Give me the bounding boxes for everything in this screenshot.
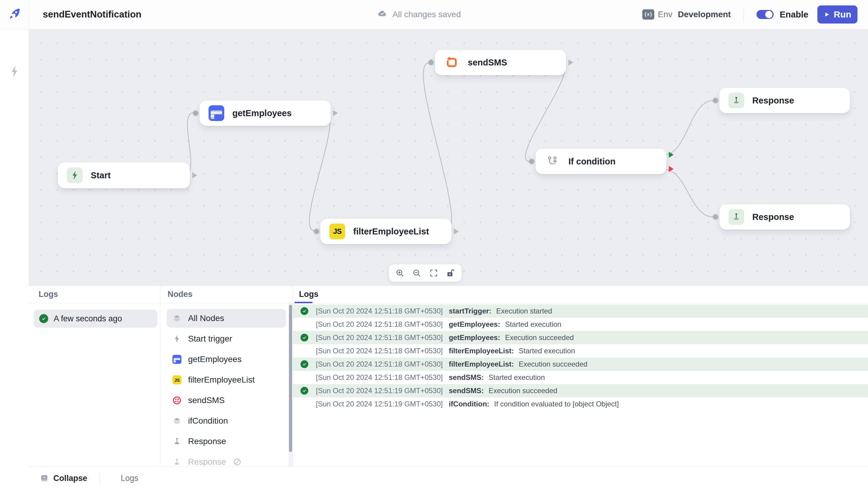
nodes-panel-item-all-nodes[interactable]: All Nodes: [167, 309, 286, 328]
input-port[interactable]: [193, 111, 198, 116]
query-table-icon: [173, 355, 181, 364]
fit-view-icon[interactable]: [429, 268, 438, 278]
output-port[interactable]: [192, 172, 197, 178]
node-label: Response: [752, 96, 794, 106]
log-node-name: startTrigger:: [449, 307, 491, 315]
branch-icon: [545, 153, 560, 169]
app-logo[interactable]: [0, 0, 29, 29]
input-port[interactable]: [713, 214, 718, 219]
log-timestamp: [Sun Oct 20 2024 12:51:19 GMT+0530]: [316, 400, 443, 408]
canvas-toolbar: [389, 264, 462, 282]
canvas-node-getEmployees[interactable]: getEmployees: [199, 100, 331, 126]
log-message: Started execution: [505, 320, 561, 328]
log-message: Execution started: [496, 307, 552, 315]
nodes-panel-title: Nodes: [167, 290, 193, 299]
log-timestamp: [Sun Oct 20 2024 12:51:19 GMT+0530]: [316, 386, 443, 395]
log-entry: [Sun Oct 20 2024 12:51:19 GMT+0530]ifCon…: [293, 397, 868, 411]
log-message: Execution succeeded: [489, 386, 557, 395]
lock-open-icon[interactable]: [446, 268, 456, 278]
nodes-panel-item-ifcondition[interactable]: ifCondition: [167, 411, 286, 430]
run-history-item[interactable]: A few seconds ago: [34, 310, 157, 328]
log-timestamp: [Sun Oct 20 2024 12:51:18 GMT+0530]: [316, 373, 443, 382]
check-placeholder: [301, 374, 308, 381]
js-icon: JS: [173, 375, 181, 384]
node-item-label: Response: [188, 437, 226, 446]
check-placeholder: [301, 320, 308, 328]
canvas-node-filterEmployeeList[interactable]: JS filterEmployeeList: [320, 219, 452, 244]
nodes-panel-item-response[interactable]: Response: [167, 453, 286, 466]
collapse-button[interactable]: Collapse: [40, 474, 87, 483]
workflow-title: sendEventNotification: [43, 0, 141, 29]
canvas-node-ifCondition[interactable]: If condition: [535, 149, 666, 174]
enable-label: Enable: [780, 10, 808, 20]
input-port[interactable]: [713, 98, 718, 103]
prohibit-icon: [233, 457, 242, 466]
log-node-name: sendSMS:: [449, 373, 484, 382]
nodes-panel-item-response[interactable]: Response: [167, 432, 286, 451]
log-node-name: filterEmployeeList:: [449, 347, 514, 355]
success-check-icon: [301, 334, 308, 342]
log-timestamp: [Sun Oct 20 2024 12:51:18 GMT+0530]: [316, 360, 443, 368]
zoom-in-icon[interactable]: [395, 268, 405, 278]
response-pin-icon: [728, 209, 744, 225]
log-entry: [Sun Oct 20 2024 12:51:18 GMT+0530]getEm…: [293, 331, 868, 344]
enable-toggle[interactable]: [756, 10, 774, 19]
layers-icon: [173, 314, 181, 323]
nodes-panel-item-filteremployeelist[interactable]: JSfilterEmployeeList: [167, 371, 286, 389]
check-placeholder: [301, 400, 308, 408]
output-port[interactable]: [568, 59, 573, 65]
bottom-logs-tab[interactable]: Logs: [121, 474, 138, 483]
runs-panel-title: Logs: [38, 290, 58, 299]
layers-icon: [173, 416, 181, 426]
query-table-icon: [209, 105, 224, 121]
canvas-node-response-1[interactable]: Response: [719, 88, 850, 113]
log-entry: [Sun Oct 20 2024 12:51:19 GMT+0530]sendS…: [293, 384, 868, 397]
log-entry: [Sun Oct 20 2024 12:51:18 GMT+0530]filte…: [293, 344, 868, 357]
logs-header: Logs: [293, 286, 868, 303]
canvas-node-response-2[interactable]: Response: [719, 204, 850, 230]
log-message: Execution succeeded: [505, 334, 574, 342]
left-icon-rail: [0, 29, 29, 490]
nodes-panel-item-start-trigger[interactable]: Start trigger: [167, 329, 286, 348]
workflow-canvas[interactable]: Start getEmployees sendSMS JS filterEmpl…: [29, 29, 868, 285]
input-port[interactable]: [314, 229, 319, 234]
env-label: Env: [658, 10, 673, 19]
log-message: Started execution: [519, 347, 575, 355]
nodes-scrollbar[interactable]: [288, 303, 293, 466]
twilio-icon: [173, 396, 181, 405]
false-output-port[interactable]: [669, 166, 674, 172]
canvas-node-sendSMS[interactable]: sendSMS: [435, 50, 566, 75]
top-bar: sendEventNotification All changes saved …: [0, 0, 868, 29]
log-node-name: filterEmployeeList:: [449, 360, 514, 368]
run-button[interactable]: Run: [817, 5, 858, 24]
output-port[interactable]: [454, 228, 459, 234]
log-message: Execution succeeded: [519, 360, 587, 368]
lightning-icon[interactable]: [10, 65, 19, 79]
save-status: All changes saved: [377, 0, 461, 29]
success-check-icon: [301, 307, 308, 315]
run-item-label: A few seconds ago: [54, 314, 122, 323]
success-check-icon: [301, 360, 308, 368]
node-label: Start: [91, 171, 111, 180]
node-label: Response: [752, 212, 794, 222]
divider: [99, 473, 100, 484]
runs-header: Logs: [29, 286, 160, 303]
logs-tab[interactable]: Logs: [299, 290, 318, 299]
log-timestamp: [Sun Oct 20 2024 12:51:18 GMT+0530]: [316, 334, 443, 342]
canvas-node-start[interactable]: Start: [58, 162, 190, 188]
zoom-out-icon[interactable]: [412, 268, 422, 278]
node-label: getEmployees: [232, 108, 292, 118]
output-port[interactable]: [333, 110, 338, 116]
log-rows: [Sun Oct 20 2024 12:51:18 GMT+0530]start…: [293, 305, 868, 411]
env-selector[interactable]: Development: [678, 10, 731, 19]
nodes-column: Nodes All NodesStart triggergetEmployees…: [160, 286, 293, 466]
true-output-port[interactable]: [669, 152, 674, 158]
bolt-icon: [173, 334, 181, 343]
input-port[interactable]: [429, 60, 433, 65]
input-port[interactable]: [529, 159, 534, 164]
rocket-logo-icon: [7, 7, 22, 22]
nodes-panel-item-getemployees[interactable]: getEmployees: [167, 350, 286, 369]
node-item-label: Response: [188, 457, 226, 466]
nodes-panel-item-sendsms[interactable]: sendSMS: [167, 391, 286, 410]
log-entry: [Sun Oct 20 2024 12:51:18 GMT+0530]sendS…: [293, 371, 868, 384]
